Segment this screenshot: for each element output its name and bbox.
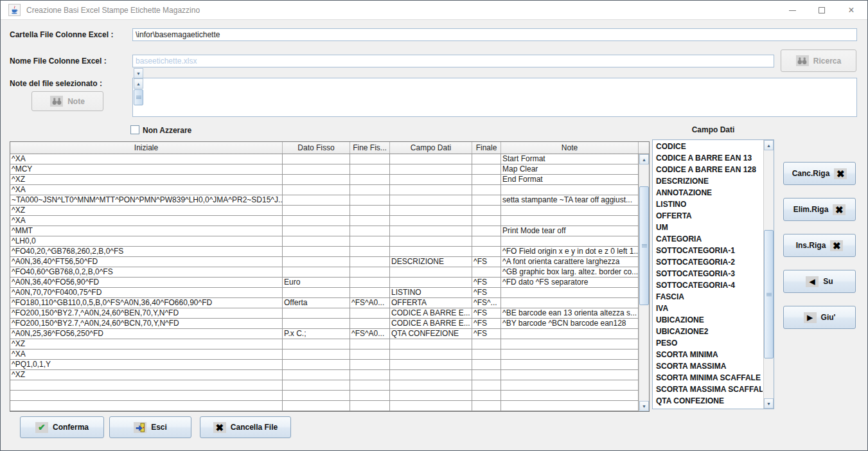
table-row[interactable]: ^MCYMap Clear [10,164,649,175]
table-cell[interactable]: ^FS [472,308,501,318]
table-cell[interactable] [472,380,501,390]
table-cell[interactable]: P.x C.; [283,329,350,339]
table-cell[interactable]: ^A0N,25,36^FO56,250^FD [10,329,283,339]
table-cell[interactable]: setta stampante ~TA tear off aggiust... [501,195,639,205]
table-cell[interactable] [472,175,501,184]
scroll-thumb[interactable] [134,89,143,105]
table-cell[interactable]: ^A0N,36,40^FO56,90^FD [10,278,283,287]
table-cell[interactable] [350,339,390,349]
table-cell[interactable] [390,175,472,184]
table-cell[interactable] [350,154,390,164]
table-cell[interactable] [283,401,350,411]
su-button[interactable]: ◀ Su [783,270,856,293]
table-row[interactable]: ^XA [10,185,649,195]
table-row[interactable]: ^A0N,70,70^F0400,75^FDLISTINO^FS [10,288,649,298]
column-header[interactable]: Dato Fisso [283,142,350,154]
table-cell[interactable] [350,288,390,297]
table-row[interactable]: ^FO180,110^GB110,0,5,B,0^FS^A0N,36,40^FO… [10,298,649,308]
table-cell[interactable]: ^GB graphic box larg. altez. border co..… [501,267,639,277]
table-cell[interactable] [283,175,350,184]
table-cell[interactable]: ^FS [472,288,501,297]
table-cell[interactable] [283,319,350,328]
table-row[interactable]: ^A0N,25,36^FO56,250^FDP.x C.;^FS^A0...QT… [10,329,649,339]
table-cell[interactable] [390,164,472,174]
table-row[interactable] [10,380,649,391]
table-cell[interactable]: ^FO200,150^BY2.7,^A0N,24,60^BCN,70,Y,N^F… [10,319,283,328]
scroll-up-button[interactable]: ▲ [764,140,774,150]
table-cell[interactable] [472,195,501,205]
table-cell[interactable]: CODICE A BARRE E... [390,319,472,328]
maximize-button[interactable] [807,1,837,20]
list-item[interactable]: UM [653,222,763,233]
table-cell[interactable] [283,349,350,359]
table-row[interactable]: ^FO40,60^GB768,0,2,B,0^FS^GB graphic box… [10,267,649,278]
table-cell[interactable]: Print Mode tear off [501,226,639,236]
table-cell[interactable] [472,185,501,195]
table-row[interactable]: ^PQ1,0,1,Y [10,360,649,370]
table-cell[interactable] [390,278,472,287]
close-button[interactable]: × [837,1,866,20]
table-cell[interactable] [350,308,390,318]
notes-textarea[interactable]: ▲ ▼ [132,78,857,117]
table-cell[interactable] [350,380,390,390]
table-cell[interactable]: End Format [501,175,639,184]
table-cell[interactable]: ^XA [10,349,283,359]
list-item[interactable]: ANNOTAZIONE [653,187,763,199]
table-cell[interactable] [350,175,390,184]
ins-riga-button[interactable]: Ins.Riga ✖ [783,234,856,257]
scroll-down-button[interactable]: ▼ [764,398,774,409]
table-cell[interactable] [350,195,390,205]
table-cell[interactable]: ^FD dato ^FS separatore [501,278,639,287]
column-header[interactable]: Fine Fis... [350,142,390,154]
table-cell[interactable] [390,401,472,411]
table-cell[interactable] [350,164,390,174]
table-cell[interactable] [350,236,390,246]
canc-riga-button[interactable]: Canc.Riga ✖ [783,162,856,185]
table-row[interactable]: ^XZ [10,339,649,349]
table-cell[interactable] [283,370,350,380]
table-cell[interactable] [283,267,350,277]
non-azzerare-checkbox[interactable] [130,125,139,134]
table-cell[interactable]: ^PQ1,0,1,Y [10,360,283,369]
table-row[interactable]: ^XZ [10,370,649,380]
table-cell[interactable]: ^XZ [10,339,283,349]
table-cell[interactable]: ^FS [472,329,501,339]
table-cell[interactable] [472,267,501,277]
list-item[interactable]: SCORTA MASSIMA SCAFFALE [653,384,763,395]
table-cell[interactable] [472,226,501,236]
table-cell[interactable] [390,226,472,236]
table-row[interactable]: ^XZ [10,206,649,216]
table-cell[interactable] [501,185,639,195]
table-cell[interactable] [283,185,350,195]
elim-riga-button[interactable]: Elim.Riga ✖ [783,198,856,221]
table-row[interactable]: ^LH0,0 [10,236,649,247]
table-cell[interactable]: ^FS [472,278,501,287]
table-cell[interactable] [390,349,472,359]
table-cell[interactable] [283,164,350,174]
table-cell[interactable]: ^FO40,60^GB768,0,2,B,0^FS [10,267,283,277]
table-cell[interactable]: ^MCY [10,164,283,174]
table-cell[interactable] [390,195,472,205]
table-cell[interactable] [472,154,501,164]
table-row[interactable]: ^FO40,20,^GB768,260,2,B,0^FS^FO Field or… [10,247,649,257]
table-cell[interactable] [283,247,350,256]
table-cell[interactable] [350,267,390,277]
table-cell[interactable] [501,349,639,359]
table-cell[interactable] [472,206,501,215]
table-cell[interactable]: ^A0N,36,40^FT56,50^FD [10,257,283,267]
table-cell[interactable] [472,236,501,246]
table-cell[interactable]: Map Clear [501,164,639,174]
table-cell[interactable] [390,267,472,277]
table-cell[interactable]: ^FO40,20,^GB768,260,2,B,0^FS [10,247,283,256]
table-cell[interactable] [283,339,350,349]
table-cell[interactable]: ^FS [472,319,501,328]
table-row[interactable]: ^XAStart Format [10,154,649,164]
table-row[interactable]: ^XA [10,349,649,360]
table-cell[interactable] [472,370,501,380]
table-cell[interactable]: Offerta [283,298,350,308]
column-header[interactable]: Note [501,142,639,154]
table-cell[interactable] [501,216,639,226]
table-cell[interactable] [283,236,350,246]
table-cell[interactable] [350,216,390,226]
table-cell[interactable] [472,349,501,359]
